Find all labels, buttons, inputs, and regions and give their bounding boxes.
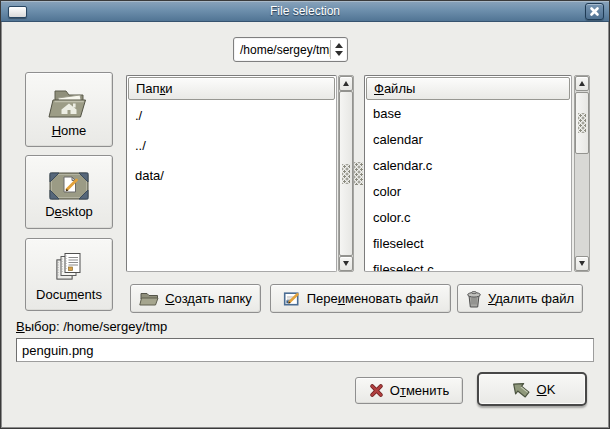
ok-arrow-icon (509, 380, 531, 398)
folder-row[interactable]: ../ (127, 131, 336, 161)
rename-file-button[interactable]: Переименовать файл (270, 284, 451, 313)
close-button[interactable] (585, 3, 604, 20)
file-row[interactable]: calendar.c (365, 153, 571, 179)
scroll-up-icon[interactable] (575, 76, 589, 91)
window-title: File selection (270, 4, 340, 18)
home-label: Home (52, 123, 87, 138)
files-scrollbar[interactable] (574, 75, 590, 272)
spinner-arrows-icon (330, 40, 346, 59)
documents-stack-icon (49, 251, 89, 285)
files-list: Файлы base calendar calendar.c color col… (364, 75, 572, 272)
files-scroll-thumb[interactable] (575, 92, 589, 154)
home-folder-icon (47, 85, 91, 121)
cancel-label: Отменить (390, 383, 449, 398)
ok-button[interactable]: OK (477, 372, 587, 406)
paned-resize-handle[interactable] (354, 162, 363, 185)
documents-label: Documents (36, 287, 102, 302)
file-row[interactable]: calendar (365, 127, 571, 153)
desktop-icon (47, 170, 91, 202)
scroll-down-icon[interactable] (339, 256, 353, 271)
file-row[interactable]: fileselect.c (365, 257, 571, 272)
window-icon[interactable] (8, 6, 27, 18)
folder-row[interactable]: data/ (127, 161, 336, 191)
files-scroll-track[interactable] (575, 91, 589, 256)
scroll-down-icon[interactable] (575, 256, 589, 271)
home-button[interactable]: Home (25, 72, 113, 147)
folder-row[interactable]: ./ (127, 101, 336, 131)
folders-list: Папки ./ ../ data/ (126, 75, 337, 272)
filename-input[interactable] (16, 338, 594, 362)
rename-file-icon (283, 291, 301, 307)
path-dropdown-value: /home/sergey/tmp (234, 43, 330, 57)
folders-header[interactable]: Папки (128, 77, 335, 100)
folders-scroll-thumb[interactable] (339, 91, 353, 256)
rename-file-label: Переименовать файл (307, 291, 439, 306)
folders-scrollbar[interactable] (338, 75, 354, 272)
documents-button[interactable]: Documents (25, 238, 113, 311)
create-folder-label: Создать папку (165, 291, 252, 306)
path-dropdown[interactable]: /home/sergey/tmp (233, 37, 348, 62)
close-icon (589, 6, 600, 17)
red-x-icon (369, 383, 384, 398)
folders-scroll-track[interactable] (339, 91, 353, 256)
titlebar[interactable]: File selection (1, 1, 609, 22)
cancel-button[interactable]: Отменить (355, 377, 463, 404)
new-folder-icon (139, 291, 159, 307)
desktop-button[interactable]: Desktop (25, 155, 113, 229)
file-row[interactable]: base (365, 101, 571, 127)
file-row[interactable]: color (365, 179, 571, 205)
create-folder-button[interactable]: Создать папку (130, 284, 261, 313)
desktop-label: Desktop (45, 204, 93, 219)
file-selection-dialog: File selection /home/sergey/tmp Home (0, 0, 610, 429)
scroll-up-icon[interactable] (339, 76, 353, 91)
delete-file-button[interactable]: Удалить файл (457, 284, 583, 313)
file-row[interactable]: fileselect (365, 231, 571, 257)
file-row[interactable]: color.c (365, 205, 571, 231)
selection-label: Выбор: /home/sergey/tmp (16, 319, 167, 334)
files-header[interactable]: Файлы (366, 77, 570, 100)
delete-file-label: Удалить файл (488, 291, 574, 306)
trash-icon (466, 290, 482, 308)
ok-label: OK (537, 382, 556, 397)
